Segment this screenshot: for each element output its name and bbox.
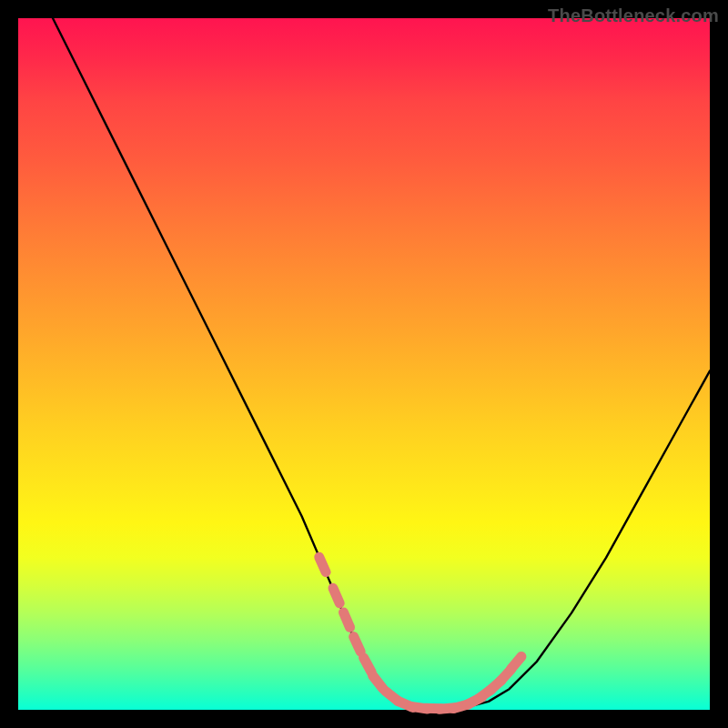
curve-marker — [354, 637, 361, 652]
curve-svg — [18, 18, 710, 710]
bottleneck-curve — [53, 18, 710, 708]
plot-area — [18, 18, 710, 710]
curve-marker — [373, 676, 383, 689]
curve-marker — [511, 656, 521, 669]
curve-marker — [333, 588, 339, 603]
curve-markers — [319, 557, 521, 709]
curve-marker — [319, 557, 326, 571]
curve-marker — [343, 612, 349, 628]
chart-frame: TheBottleneck.com — [0, 0, 728, 728]
curve-marker — [363, 658, 371, 672]
watermark-label: TheBottleneck.com — [548, 5, 719, 26]
